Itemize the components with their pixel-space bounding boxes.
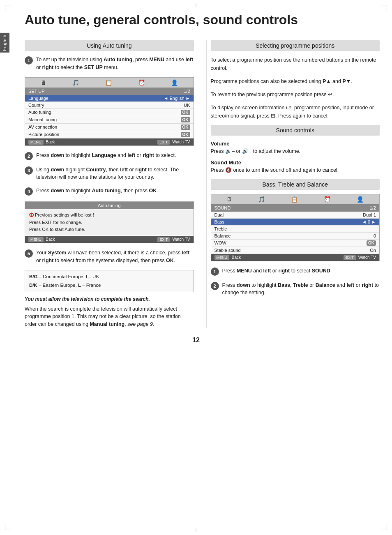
- sound-title-page: 1/2: [370, 205, 376, 210]
- menu-row-av: AV connection OK: [25, 124, 194, 131]
- step-3: 3 Using down highlight Country, then lef…: [25, 166, 194, 182]
- step-1-num: 1: [25, 56, 33, 65]
- auto-tune-title: Auto tuning: [25, 202, 194, 209]
- sound-value-wow: OK: [367, 240, 376, 246]
- menu-icon-2: 🎵: [72, 79, 79, 86]
- auto-footer-exit: EXIT Watch TV: [157, 237, 190, 242]
- sound-row-treble: Treble: [211, 226, 380, 233]
- menu-row-label-picture: Picture position: [28, 132, 59, 137]
- sound-footer-exit: EXIT Watch TV: [344, 255, 376, 260]
- mute-text: Press 🔇 once to turn the sound off and a…: [211, 166, 380, 174]
- footer-menu: MENU Back: [28, 140, 55, 144]
- menu-row-manual-tuning: Manual tuning OK: [25, 116, 194, 124]
- auto-tune-footer: MENU Back EXIT Watch TV: [25, 236, 194, 243]
- content-area: Using Auto tuning 1 To set up the televi…: [0, 36, 392, 328]
- sound-value-bass: ◄ 0 ►: [362, 219, 376, 224]
- right-para2: Programme positions can also be selected…: [211, 77, 380, 85]
- step-2-text: Press down to highlight Language and lef…: [36, 152, 176, 159]
- sound-value-stable: On: [370, 248, 376, 253]
- step-2: 2 Press down to highlight Language and l…: [25, 152, 194, 160]
- sound-label-bass: Bass: [214, 219, 224, 224]
- menu-icon-5: 👤: [171, 79, 178, 86]
- sound-controls-header: Sound controls: [211, 125, 380, 136]
- sound-footer-menu: MENU Back: [214, 255, 241, 260]
- step-1: 1 To set up the television using Auto tu…: [25, 56, 194, 71]
- menu-row-language: Language ◄ English ►: [25, 95, 194, 102]
- system-box: B/G – Continental Europe, I – UK D/K – E…: [25, 270, 194, 292]
- sound-menu: 🖥 🎵 📋 ⏰ 👤 SOUND 1/2 Dual Dual 1 Bass ◄ 0…: [211, 194, 380, 261]
- sound-value-balance: 0: [374, 233, 376, 238]
- step-4-num: 4: [25, 187, 33, 196]
- menu-title-text: SET UP: [28, 89, 45, 94]
- menu-row-label-av: AV connection: [28, 125, 57, 130]
- bass-step-2-text: Press down to highlight Bass, Treble or …: [222, 281, 380, 297]
- menu-row-label-manual: Manual tuning: [28, 117, 57, 122]
- menu-row-label-auto: Auto tuning: [28, 110, 51, 115]
- sound-icon-2: 🎵: [258, 196, 265, 203]
- volume-item: Volume Press 🔉– or 🔊+ to adjust the volu…: [211, 141, 380, 155]
- auto-tune-body: ⓵ Previous settings will be lost ! Press…: [25, 209, 194, 236]
- auto-tune-line-1: ⓵ Previous settings will be lost !: [29, 212, 189, 219]
- menu-row-value-picture: OK: [181, 132, 190, 137]
- sound-row-wow: WOW OK: [211, 240, 380, 247]
- step-2-num: 2: [25, 152, 33, 160]
- italic-notice: You must allow the television to complet…: [25, 296, 194, 302]
- volume-title: Volume: [211, 141, 380, 147]
- using-auto-tuning-header: Using Auto tuning: [25, 40, 194, 51]
- menu-title: SET UP 1/2: [25, 88, 194, 95]
- menu-row-label-language: Language: [28, 96, 48, 101]
- menu-icon-1: 🖥: [41, 79, 46, 86]
- end-text: When the search is complete the televisi…: [25, 305, 194, 328]
- footer-exit: EXIT Watch TV: [157, 140, 190, 144]
- left-column: Using Auto tuning 1 To set up the televi…: [25, 40, 198, 328]
- setup-menu: 🖥 🎵 📋 ⏰ 👤 SET UP 1/2 Language ◄ English …: [25, 77, 194, 146]
- page-number: 12: [0, 337, 392, 344]
- menu-row-label-country: Country: [28, 103, 44, 108]
- sound-label-dual: Dual: [214, 212, 224, 217]
- selecting-positions-header: Selecting programme positions: [211, 40, 380, 51]
- system-line-2: D/K – Eastern Europe, L – France: [29, 281, 189, 290]
- menu-row-value-language: ◄ English ►: [164, 96, 190, 101]
- menu-row-auto-tuning: Auto tuning OK: [25, 109, 194, 116]
- bass-step-2-num: 2: [211, 282, 219, 290]
- sound-value-dual: Dual 1: [363, 212, 376, 217]
- sound-icon-3: 📋: [291, 196, 298, 203]
- sound-icon-4: ⏰: [324, 196, 331, 203]
- sound-menu-footer: MENU Back EXIT Watch TV: [211, 254, 380, 261]
- sound-row-dual: Dual Dual 1: [211, 212, 380, 219]
- menu-footer: MENU Back EXIT Watch TV: [25, 138, 194, 145]
- right-para4: To display on-screen information i.e. pr…: [211, 104, 380, 120]
- menu-row-value-auto: OK: [181, 110, 190, 115]
- bass-step-1-num: 1: [211, 268, 219, 276]
- right-para1: To select a programme position use the n…: [211, 56, 380, 72]
- right-para3: To revert to the previous programme posi…: [211, 90, 380, 99]
- menu-row-picture: Picture position OK: [25, 131, 194, 138]
- auto-tune-line-3: Press OK to start Auto tune.: [29, 226, 189, 233]
- sound-label-balance: Balance: [214, 233, 231, 238]
- step-3-text: Using down highlight Country, then left …: [36, 166, 194, 182]
- volume-text: Press 🔉– or 🔊+ to adjust the volume.: [211, 148, 380, 155]
- step-5: 5 Your System will have been selected, i…: [25, 249, 194, 265]
- menu-row-value-manual: OK: [181, 117, 190, 122]
- step-3-num: 3: [25, 166, 33, 175]
- bass-step-2: 2 Press down to highlight Bass, Treble o…: [211, 281, 380, 297]
- step-1-text: To set up the television using Auto tuni…: [36, 56, 194, 71]
- bass-treble-header: Bass, Treble and Balance: [211, 179, 380, 190]
- right-column: Selecting programme positions To select …: [206, 40, 380, 328]
- auto-tune-line-2: Press EXIT for no change.: [29, 219, 189, 226]
- sound-menu-icon-row: 🖥 🎵 📋 ⏰ 👤: [211, 194, 380, 204]
- auto-tune-box: Auto tuning ⓵ Previous settings will be …: [25, 201, 194, 243]
- sound-icon-1: 🖥: [226, 196, 232, 203]
- sound-menu-title: SOUND 1/2: [211, 204, 380, 212]
- menu-row-value-country: UK: [184, 103, 190, 108]
- step-4-text: Press down to highlight Auto tuning, the…: [36, 187, 158, 195]
- sound-row-stable: Stable sound On: [211, 247, 380, 254]
- menu-icon-row: 🖥 🎵 📋 ⏰ 👤: [25, 78, 194, 88]
- menu-row-value-av: OK: [181, 125, 190, 130]
- menu-title-page: 1/2: [184, 89, 190, 94]
- sound-label-stable: Stable sound: [214, 248, 241, 253]
- sound-row-bass: Bass ◄ 0 ►: [211, 219, 380, 226]
- sound-title-text: SOUND: [214, 205, 231, 210]
- auto-footer-menu: MENU Back: [28, 237, 55, 242]
- language-tab: English: [0, 33, 9, 53]
